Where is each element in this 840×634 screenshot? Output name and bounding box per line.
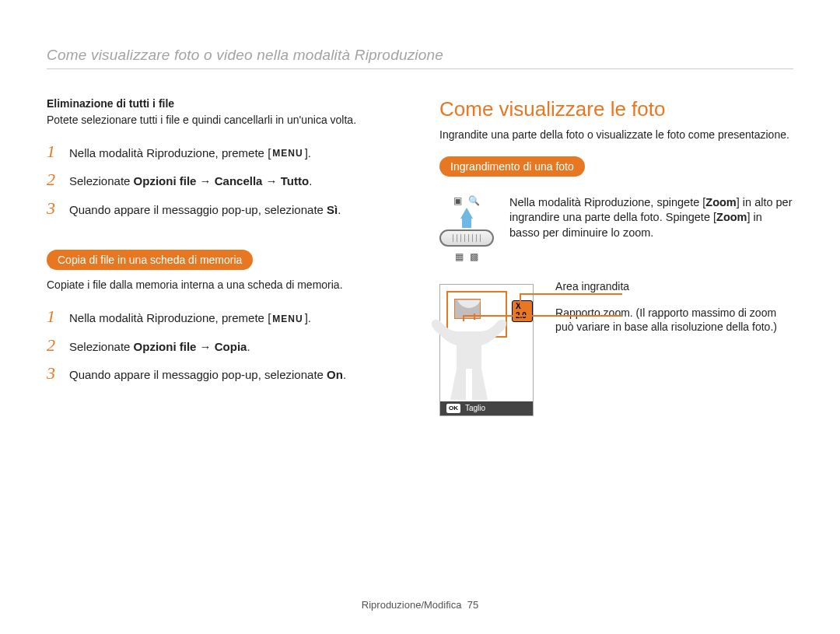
- text-strong: On: [327, 368, 343, 381]
- text-strong: Zoom: [716, 211, 747, 223]
- magnify-icon: 🔍: [468, 195, 480, 206]
- divider: [47, 68, 793, 69]
- copy-step-3: Quando appare il messaggio pop-up, selez…: [69, 367, 346, 383]
- text-fragment: Nella modalità Riproduzione, premete [: [69, 146, 271, 159]
- step-number: 3: [47, 365, 59, 382]
- left-column: Eliminazione di tutti i file Potete sele…: [47, 97, 401, 416]
- text-fragment: .: [338, 203, 341, 216]
- connector-line: [520, 293, 622, 295]
- delete-step-3: Quando appare il messaggio pop-up, selez…: [69, 202, 341, 218]
- icon-row-bottom: ▦ ▩: [455, 251, 478, 262]
- section-title: Come visualizzare le foto: [439, 97, 793, 121]
- zoom-pill-heading: Ingrandimento di una foto: [439, 156, 585, 177]
- zoom-description: Nella modalità Riproduzione, spingete [Z…: [509, 195, 793, 241]
- arrow-stem: [462, 217, 471, 228]
- footer-page-number: 75: [467, 599, 478, 611]
- right-column: Come visualizzare le foto Ingrandite una…: [439, 97, 793, 416]
- label-rapporto-zoom: Rapporto zoom. (Il rapporto massimo di z…: [555, 306, 793, 334]
- lcd-labels: Area ingrandita Rapporto zoom. (Il rappo…: [555, 284, 793, 335]
- delete-step-2: Selezionate Opzioni file → Cancella → Tu…: [69, 173, 312, 189]
- text-fragment: .: [247, 340, 250, 353]
- text-strong: Opzioni file → Cancella → Tutto: [134, 174, 310, 187]
- footer-section: Riproduzione/Modifica: [362, 599, 462, 611]
- text-strong: Sì: [327, 203, 338, 216]
- step-number: 2: [47, 337, 59, 354]
- lcd-bottom-bar: OK Taglio: [440, 401, 533, 415]
- text-fragment: Selezionate: [69, 340, 134, 353]
- text-fragment: Quando appare il messaggio pop-up, selez…: [69, 203, 327, 216]
- copy-step-1: Nella modalità Riproduzione, premete [ME…: [69, 310, 311, 326]
- scroll-wheel-icon: [439, 229, 494, 247]
- text-fragment: Nella modalità Riproduzione, premete [: [69, 311, 271, 324]
- battery-icon: ▣: [453, 195, 462, 206]
- delete-step-1: Nella modalità Riproduzione, premete [ME…: [69, 145, 311, 161]
- text-fragment: Nella modalità Riproduzione, spingete [: [509, 196, 705, 208]
- connector-line: [463, 315, 622, 317]
- zoom-control-graphic: ▣ 🔍 ▦ ▩: [439, 195, 494, 262]
- step-number: 1: [47, 308, 59, 325]
- ok-icon: OK: [446, 404, 460, 413]
- menu-button-label: MENU: [271, 313, 304, 326]
- breadcrumb-header: Come visualizzare foto o video nella mod…: [47, 47, 793, 64]
- thumbnails-icon: ▩: [470, 251, 478, 262]
- taglio-label: Taglio: [465, 404, 485, 412]
- text-fragment: .: [343, 368, 346, 381]
- connector-line: [463, 315, 464, 321]
- text-fragment: Selezionate: [69, 174, 134, 187]
- section-intro: Ingrandite una parte della foto o visual…: [439, 128, 793, 142]
- label-area-ingrandita: Area ingrandita: [555, 279, 793, 293]
- copy-step-2: Selezionate Opzioni file → Copia.: [69, 339, 250, 355]
- connector-line: [520, 293, 521, 304]
- delete-heading: Eliminazione di tutti i file: [47, 97, 401, 110]
- step-number: 3: [47, 200, 59, 217]
- step-number: 2: [47, 171, 59, 188]
- delete-steps: 1 Nella modalità Riproduzione, premete […: [47, 143, 401, 218]
- copy-description: Copiate i file dalla memoria interna a u…: [47, 278, 401, 292]
- text-fragment: Quando appare il messaggio pop-up, selez…: [69, 368, 327, 381]
- copy-pill-heading: Copia di file in una scheda di memoria: [47, 250, 253, 270]
- text-strong: Opzioni file → Copia: [134, 340, 247, 353]
- icon-row-top: ▣ 🔍: [453, 195, 480, 206]
- copy-steps: 1 Nella modalità Riproduzione, premete […: [47, 308, 401, 383]
- text-fragment: ].: [305, 146, 311, 159]
- text-fragment: ].: [305, 311, 311, 324]
- grid-icon: ▦: [455, 251, 464, 262]
- step-number: 1: [47, 143, 59, 160]
- delete-description: Potete selezionare tutti i file e quindi…: [47, 113, 401, 128]
- page-footer: Riproduzione/Modifica 75: [0, 599, 840, 611]
- text-fragment: .: [309, 174, 312, 187]
- menu-button-label: MENU: [271, 148, 304, 160]
- text-strong: Zoom: [705, 196, 736, 208]
